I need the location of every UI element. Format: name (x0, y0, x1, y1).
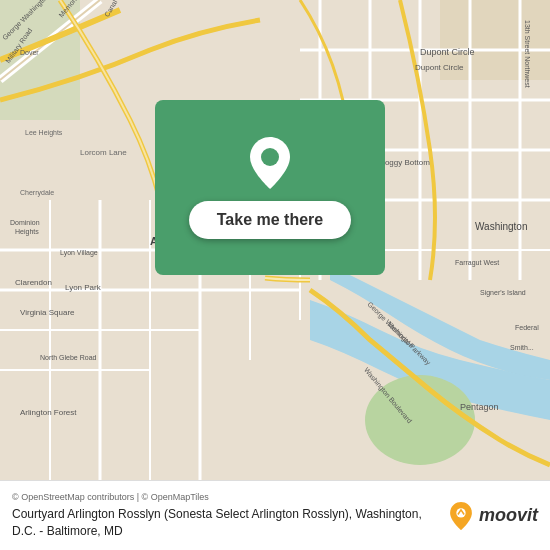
moovit-pin-icon (447, 502, 475, 530)
svg-text:Smith...: Smith... (510, 344, 534, 351)
svg-text:Farragut West: Farragut West (455, 259, 499, 267)
svg-text:Lorcom Lane: Lorcom Lane (80, 148, 127, 157)
svg-text:Dupont Circle: Dupont Circle (420, 47, 475, 57)
svg-text:Signer's Island: Signer's Island (480, 289, 526, 297)
info-bar: © OpenStreetMap contributors | © OpenMap… (0, 480, 550, 550)
svg-text:Heights: Heights (15, 228, 39, 236)
svg-text:Arlington Forest: Arlington Forest (20, 408, 77, 417)
moovit-logo: moovit (447, 502, 538, 530)
svg-text:Lee Heights: Lee Heights (25, 129, 63, 137)
info-text-block: © OpenStreetMap contributors | © OpenMap… (12, 492, 437, 540)
svg-text:Foggy Bottom: Foggy Bottom (380, 158, 430, 167)
svg-text:Dominion: Dominion (10, 219, 40, 226)
svg-text:Cherrydale: Cherrydale (20, 189, 54, 197)
attribution-text: © OpenStreetMap contributors | © OpenMap… (12, 492, 437, 502)
location-name: Courtyard Arlington Rosslyn (Sonesta Sel… (12, 506, 437, 540)
take-me-there-button[interactable]: Take me there (189, 201, 351, 239)
svg-text:Dover: Dover (20, 49, 39, 56)
svg-text:Dupont Circle: Dupont Circle (415, 63, 464, 72)
svg-text:Virginia Square: Virginia Square (20, 308, 75, 317)
map-overlay: Take me there (155, 100, 385, 275)
moovit-logo-text: moovit (479, 505, 538, 526)
svg-text:Lyon Park: Lyon Park (65, 283, 102, 292)
svg-text:Washington: Washington (475, 221, 527, 232)
svg-text:Federal: Federal (515, 324, 539, 331)
location-pin-icon (250, 137, 290, 189)
svg-point-55 (261, 148, 279, 166)
svg-text:North Glebe Road: North Glebe Road (40, 354, 97, 361)
svg-text:Clarendon: Clarendon (15, 278, 52, 287)
svg-text:Lyon Village: Lyon Village (60, 249, 98, 257)
svg-text:13th Street Northwest: 13th Street Northwest (524, 20, 531, 88)
map-container: Dupont Circle Dupont Circle Foggy Bottom… (0, 0, 550, 480)
svg-text:Pentagon: Pentagon (460, 402, 499, 412)
